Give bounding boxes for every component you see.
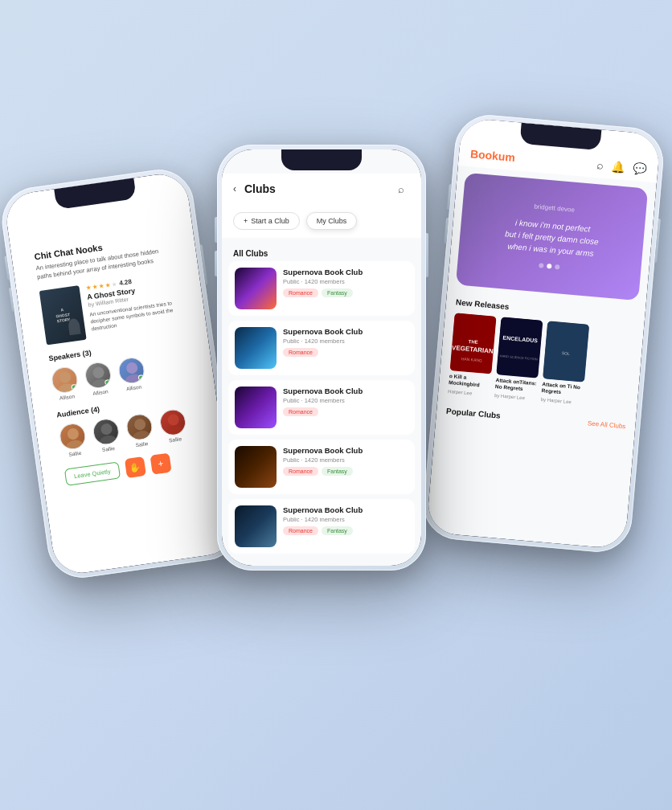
search-icon[interactable]: ⌕ xyxy=(392,180,410,198)
star-1: ★ xyxy=(85,284,92,292)
tag-fantasy: Fantasy xyxy=(322,288,353,297)
volume-down-button xyxy=(444,218,449,243)
svg-point-12 xyxy=(167,414,180,427)
start-club-button[interactable]: + Start a Club xyxy=(233,212,300,230)
club-cover-image xyxy=(235,387,277,428)
audience-name-3: Sallie xyxy=(135,440,149,448)
online-indicator-3 xyxy=(137,374,144,381)
book-cover: AGHOSTSTORY xyxy=(39,285,87,345)
back-button[interactable]: ‹ xyxy=(233,183,236,194)
dot-2 xyxy=(547,264,552,269)
club-tags: Romance Fantasy xyxy=(283,467,408,476)
club-name: Supernova Book Club xyxy=(283,327,408,336)
book-author-1: Harper Lee xyxy=(448,389,490,398)
audience-4: Sallie xyxy=(158,407,188,444)
audience-avatar-1 xyxy=(58,422,87,451)
clubs-page-title: Clubs xyxy=(244,182,386,195)
tag-romance: Romance xyxy=(283,288,318,297)
speaker-avatar-2 xyxy=(84,361,113,390)
club-cover-image xyxy=(235,327,277,369)
all-clubs-label: All Clubs xyxy=(222,244,421,261)
audience-1: Sallie xyxy=(58,422,88,458)
see-all-clubs-button[interactable]: See All Clubs xyxy=(587,419,625,430)
leave-quietly-button[interactable]: Leave Quietly xyxy=(64,461,121,485)
tag-romance: Romance xyxy=(283,407,318,416)
club-item[interactable]: Supernova Book Club Public · 1420 member… xyxy=(228,321,415,375)
middle-phone-screen: ‹ Clubs ⌕ + Start a Club My Clubs All Cl… xyxy=(222,149,421,566)
volume-up-button xyxy=(215,217,217,243)
popular-clubs-title: Popular Clubs xyxy=(446,407,501,420)
plus-icon: + xyxy=(244,217,248,225)
club-tags: Romance Fantasy xyxy=(283,288,408,297)
star-2: ★ xyxy=(92,283,98,291)
star-5: ★ xyxy=(111,280,117,288)
my-clubs-button[interactable]: My Clubs xyxy=(306,212,358,230)
speaker-name-1: Allison xyxy=(59,393,75,401)
quote-banner: bridgett devoe i know i'm not perfectbut… xyxy=(456,173,648,301)
speaker-avatar-1 xyxy=(50,366,79,395)
club-item[interactable]: Supernova Book Club Public · 1420 member… xyxy=(228,440,415,494)
phone-middle: ‹ Clubs ⌕ + Start a Club My Clubs All Cl… xyxy=(217,145,426,571)
svg-point-9 xyxy=(99,435,118,447)
book-cover-1: THE VEGETARIAN HAN KANG xyxy=(450,313,497,374)
svg-point-6 xyxy=(67,428,80,440)
tag-romance: Romance xyxy=(283,526,318,535)
star-4: ★ xyxy=(104,281,111,289)
club-meta: Public · 1420 members xyxy=(283,338,408,345)
start-club-label: Start a Club xyxy=(251,217,289,225)
carousel-dots xyxy=(539,263,559,269)
online-indicator xyxy=(71,384,77,391)
audience-name-2: Sallie xyxy=(102,445,116,452)
tag-romance: Romance xyxy=(283,348,318,357)
club-meta: Public · 1420 members xyxy=(283,456,408,464)
book-author-2: by Harper Lee xyxy=(494,393,536,402)
search-icon[interactable]: ⌕ xyxy=(596,158,604,172)
book-item[interactable]: SOL Attack on Ti No Regrets by Harper Le… xyxy=(541,321,590,405)
club-info: Supernova Book Club Public · 1420 member… xyxy=(283,327,408,357)
phone-left: Chit Chat Nooks An interesting place to … xyxy=(0,166,244,583)
club-name: Supernova Book Club xyxy=(283,505,408,514)
club-tags: Romance xyxy=(283,407,408,416)
notch-left xyxy=(54,178,137,210)
audience-avatar-4 xyxy=(158,407,187,436)
tag-fantasy: Fantasy xyxy=(322,526,353,535)
tag-romance: Romance xyxy=(283,467,318,476)
book-item[interactable]: THE VEGETARIAN HAN KANG o Kill a Mocking… xyxy=(448,313,497,397)
club-tags: Romance xyxy=(283,348,408,357)
club-item[interactable]: Supernova Book Club Public · 1420 member… xyxy=(228,499,415,554)
book-cover-3: SOL xyxy=(543,321,589,382)
svg-text:SOL: SOL xyxy=(562,350,571,356)
volume-down-button xyxy=(9,288,14,312)
left-phone-screen: Chit Chat Nooks An interesting place to … xyxy=(3,170,238,576)
speaker-avatar-3 xyxy=(117,356,146,385)
svg-point-4 xyxy=(125,362,138,374)
dot-3 xyxy=(555,264,560,270)
club-name: Supernova Book Club xyxy=(283,446,408,455)
audience-3: Sallie xyxy=(125,412,154,448)
ghost-decoration xyxy=(68,318,81,336)
audience-avatar-2 xyxy=(92,417,121,446)
star-3: ★ xyxy=(98,282,104,290)
book-item[interactable]: ENCELADUS HARD SCIENCE FICTION Attack on… xyxy=(494,317,543,401)
hand-raise-button[interactable]: ✋ xyxy=(125,456,146,478)
book-author-3: by Harper Lee xyxy=(541,397,583,406)
add-button[interactable]: + xyxy=(150,453,171,475)
audience-name-1: Sallie xyxy=(68,450,82,457)
chat-icon[interactable]: 💬 xyxy=(633,162,647,175)
book-cover-2: ENCELADUS HARD SCIENCE FICTION xyxy=(496,317,543,378)
notification-icon[interactable]: 🔔 xyxy=(611,160,625,174)
club-info: Supernova Book Club Public · 1420 member… xyxy=(283,505,408,535)
volume-up-button xyxy=(4,256,10,280)
quote-text: i know i'm not perfectbut i felt pretty … xyxy=(503,215,600,260)
book-title-1: o Kill a Mockingbird xyxy=(449,373,491,390)
speaker-name-2: Allison xyxy=(92,388,109,396)
club-cover-image xyxy=(235,268,277,309)
club-info: Supernova Book Club Public · 1420 member… xyxy=(283,446,408,476)
club-item[interactable]: Supernova Book Club Public · 1420 member… xyxy=(228,261,415,316)
power-button xyxy=(426,233,428,277)
club-item[interactable]: Supernova Book Club Public · 1420 member… xyxy=(228,380,415,435)
club-name: Supernova Book Club xyxy=(283,387,408,395)
book-title-3: Attack on Ti No Regrets xyxy=(541,381,584,398)
speaker-3: Allison xyxy=(117,356,147,392)
club-tags: Romance Fantasy xyxy=(283,526,408,535)
